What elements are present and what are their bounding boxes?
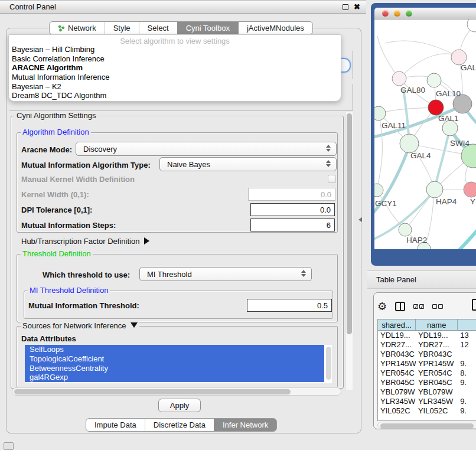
tab-infer-network[interactable]: Infer Network — [214, 419, 276, 431]
tab-select[interactable]: Select — [139, 22, 177, 34]
table-row[interactable]: YBL079WYBL079W — [378, 387, 476, 397]
dpi-tolerance-field[interactable]: 0.0 — [250, 203, 335, 216]
network-window-frame[interactable]: GALGAL80GAL10GAL1GAL11SWI4GAL4GCY1HAP4YH… — [371, 3, 476, 266]
table-cell: 13 — [458, 331, 476, 340]
mac-minimize-icon[interactable] — [394, 10, 400, 17]
table-row[interactable]: YDL19...YDL19...13 — [378, 331, 476, 340]
network-window-titlebar[interactable] — [374, 8, 476, 19]
hidden-groupbox-edge — [353, 84, 353, 110]
algorithm-option[interactable]: ARACNE Algorithm — [9, 63, 341, 73]
mi-steps-field[interactable]: 6 — [250, 219, 335, 231]
mac-close-icon[interactable] — [382, 10, 389, 17]
combo-stepper-icon — [326, 145, 331, 152]
table-row[interactable]: YDR27...YDR27...12 — [378, 340, 476, 350]
collapsed-panel-button[interactable] — [4, 442, 14, 450]
mi-threshold-field[interactable]: 0.5 — [247, 299, 332, 312]
table-column-header[interactable]: name — [416, 319, 458, 330]
table-row[interactable]: YPR145WYPR145W9. — [378, 359, 476, 369]
network-edge[interactable] — [399, 54, 459, 79]
sources-title-text: Sources for Network Inference — [22, 321, 126, 330]
table-hscrollbar[interactable] — [377, 422, 476, 429]
panel-divider-arrow-icon[interactable] — [358, 217, 362, 222]
column-selector-icon[interactable] — [395, 302, 405, 311]
attributes-scrollbar[interactable] — [326, 347, 331, 380]
table-row[interactable]: YLR345WYLR345W9. — [378, 397, 476, 406]
apply-button[interactable]: Apply — [158, 399, 201, 412]
network-canvas[interactable]: GALGAL80GAL10GAL1GAL11SWI4GAL4GCY1HAP4YH… — [374, 19, 476, 249]
export-table-icon[interactable] — [472, 299, 476, 311]
network-node-hap4[interactable] — [426, 181, 443, 198]
table-cell: YBR045C — [378, 378, 416, 387]
table-row[interactable]: YIL052CYIL052C9. — [378, 406, 476, 416]
table-row[interactable]: YBR045CYBR045C9. — [378, 378, 476, 387]
aracne-mode-combo[interactable]: Discovery — [76, 142, 337, 156]
control-panel-titlebar: Control Panel ✖ — [0, 0, 366, 14]
attribute-item[interactable]: gal4RGexp — [25, 373, 324, 382]
algorithm-option[interactable]: Bayesian – K2 — [9, 82, 341, 92]
float-window-icon[interactable] — [343, 4, 348, 10]
tab-impute-data[interactable]: Impute Data — [86, 419, 145, 431]
sources-title[interactable]: Sources for Network Inference — [21, 321, 139, 330]
attribute-item[interactable]: TopologicalCoefficient — [25, 354, 324, 364]
deselect-all-icon[interactable] — [432, 304, 443, 309]
node-attribute-table[interactable]: shared...name YDL19...YDL19...13YDR27...… — [377, 319, 476, 421]
table-row[interactable]: YBR043CYBR043C — [378, 350, 476, 359]
tab-cyni-toolbox[interactable]: Cyni Toolbox — [177, 22, 238, 34]
network-edge[interactable] — [457, 225, 476, 249]
collapsed-arrow-icon — [144, 237, 149, 244]
table-column-header[interactable]: shared... — [378, 319, 416, 330]
node-label-gal10: GAL10 — [436, 89, 461, 98]
tab-style[interactable]: Style — [105, 22, 139, 34]
threshold-definition-title: Threshold Definition — [21, 249, 93, 258]
settings-hscrollbar[interactable] — [12, 387, 341, 396]
algorithm-option[interactable]: Mutual Information Inference — [9, 73, 341, 82]
mac-zoom-icon[interactable] — [406, 10, 412, 17]
dpi-tolerance-label: DPI Tolerance [0,1]: — [21, 206, 92, 214]
close-window-icon[interactable]: ✖ — [354, 4, 360, 10]
which-threshold-combo[interactable]: MI Threshold — [139, 267, 312, 281]
kernel-width-field[interactable]: 0.0 — [248, 188, 335, 201]
manual-kernel-checkbox[interactable] — [328, 175, 336, 183]
cyni-algorithm-settings-title: Cyni Algorithm Settings — [15, 111, 97, 120]
network-node-gal4[interactable] — [400, 134, 419, 153]
table-cell — [458, 387, 476, 397]
tab-label: Discretize Data — [154, 420, 206, 429]
tab-discretize-data[interactable]: Discretize Data — [145, 419, 214, 431]
hub-section-toggle[interactable]: Hub/Transcription Factor Definition — [21, 237, 149, 246]
expanded-arrow-icon — [131, 322, 138, 328]
algorithm-option[interactable]: Basic Correlation Inference — [9, 54, 341, 64]
network-node-gal80[interactable] — [392, 71, 406, 86]
table-cell: 12 — [458, 340, 476, 350]
attribute-item[interactable]: SelfLoops — [25, 345, 324, 354]
algorithm-option[interactable]: Dream8 DC_TDC Algorithm — [9, 91, 341, 100]
network-node-hap2[interactable] — [399, 223, 412, 236]
which-threshold-label: Which threshold to use: — [43, 270, 130, 279]
algorithm-placeholder: Select algorithm to view settings — [9, 35, 341, 45]
gear-icon[interactable]: ⚙ — [377, 301, 387, 312]
node-label-gal4: GAL4 — [410, 151, 431, 160]
attribute-item[interactable]: BetweennessCentrality — [25, 364, 324, 373]
network-edge[interactable] — [385, 41, 459, 57]
table-column-header[interactable] — [458, 319, 476, 330]
table-cell: YBL079W — [378, 387, 416, 397]
settings-vscrollbar[interactable] — [345, 112, 353, 390]
combo-stepper-icon — [326, 160, 331, 167]
mi-algorithm-type-combo[interactable]: Naive Bayes — [159, 157, 337, 171]
control-panel-title: Control Panel — [9, 2, 343, 11]
tab-network[interactable]: Network — [50, 22, 105, 34]
select-all-icon[interactable]: ✓✓ — [413, 304, 424, 309]
table-cell: YBR045C — [416, 378, 458, 387]
table-cell: YIL052C — [416, 406, 458, 416]
network-node[interactable] — [467, 19, 476, 32]
data-attributes-list[interactable]: SelfLoopsTopologicalCoefficientBetweenne… — [25, 345, 332, 383]
table-row[interactable]: YER054CYER054C8. — [378, 369, 476, 378]
algorithm-option[interactable]: Bayesian – Hill Climbing — [9, 45, 341, 54]
network-node-gal10[interactable] — [427, 73, 441, 87]
network-node-gal1[interactable] — [428, 100, 444, 115]
network-node-y[interactable] — [464, 182, 476, 197]
network-node-gal11[interactable] — [374, 106, 386, 120]
network-node-gcy1[interactable] — [374, 184, 383, 197]
tab-jactivemnodules[interactable]: jActiveMNodules — [238, 22, 312, 34]
table-cell: YER054C — [378, 369, 416, 378]
table-cell: YBR043C — [378, 350, 416, 359]
